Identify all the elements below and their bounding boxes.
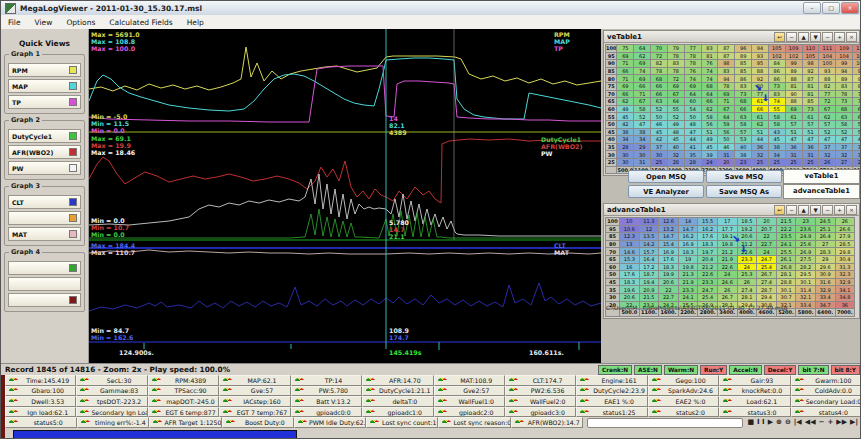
table-cell[interactable]: 105 bbox=[802, 52, 819, 60]
table-cell[interactable]: 22 bbox=[659, 286, 679, 294]
table-cell[interactable]: 14 bbox=[678, 218, 698, 226]
table-cell[interactable]: 57 bbox=[735, 128, 752, 136]
table-cell[interactable]: 78 bbox=[667, 52, 684, 60]
table-cell[interactable]: 51 bbox=[802, 128, 819, 136]
table-cell[interactable]: 21.5 bbox=[639, 293, 659, 301]
table-cell[interactable]: 111 bbox=[819, 45, 836, 53]
table-cell[interactable]: 96 bbox=[735, 45, 752, 53]
table-cell[interactable]: 19.8 bbox=[678, 263, 698, 271]
table-cell[interactable]: 58 bbox=[836, 120, 853, 128]
table-cell[interactable]: 74 bbox=[853, 98, 861, 106]
table-cell[interactable]: 67 bbox=[634, 98, 651, 106]
table-cell[interactable]: 26.7 bbox=[717, 293, 737, 301]
table-cell[interactable]: 45 bbox=[617, 113, 634, 121]
table-cell[interactable]: 66 bbox=[701, 98, 718, 106]
table-cell[interactable]: 71 bbox=[617, 75, 634, 83]
table-cell[interactable]: 83 bbox=[667, 60, 684, 68]
titlebar[interactable]: MegaLogViewer - 2011-01-30_15.30.17.msl … bbox=[1, 1, 861, 16]
table-cell[interactable]: 44 bbox=[752, 136, 769, 144]
table-cell[interactable]: 34 bbox=[768, 151, 785, 159]
table-cell[interactable]: 10 bbox=[620, 218, 640, 226]
table-cell[interactable]: 48 bbox=[684, 120, 701, 128]
table-cell[interactable]: 55 bbox=[667, 105, 684, 113]
table-cell[interactable]: 34 bbox=[634, 136, 651, 144]
table-cell[interactable]: 31 bbox=[785, 151, 802, 159]
ve-table-header[interactable]: veTable1 ↩−▲▼−+× bbox=[604, 31, 859, 43]
table-cell[interactable]: 95 bbox=[752, 60, 769, 68]
table-cell[interactable]: 64 bbox=[718, 113, 735, 121]
table-cell[interactable]: 17.6 bbox=[659, 255, 679, 263]
table-cell[interactable]: 58 bbox=[768, 120, 785, 128]
table-cell[interactable]: 66 bbox=[735, 105, 752, 113]
table-cell[interactable]: 83 bbox=[836, 82, 853, 90]
table-cell[interactable]: 25 bbox=[785, 158, 802, 166]
table-cell[interactable]: 83 bbox=[735, 82, 752, 90]
table-cell[interactable]: 93 bbox=[819, 67, 836, 75]
table-cell[interactable]: 81 bbox=[785, 82, 802, 90]
scroll-down-button[interactable]: ▼ bbox=[810, 205, 821, 215]
table-cell[interactable]: 30.4 bbox=[835, 255, 855, 263]
table-cell[interactable]: 32.9 bbox=[835, 278, 855, 286]
table-cell[interactable]: 105 bbox=[768, 45, 785, 53]
table-cell[interactable]: 50 bbox=[684, 113, 701, 121]
table-cell[interactable]: 28.1 bbox=[737, 293, 757, 301]
table-cell[interactable]: 104 bbox=[836, 52, 853, 60]
table-cell[interactable]: 94 bbox=[836, 67, 853, 75]
table-cell[interactable]: 98 bbox=[718, 60, 735, 68]
table-cell[interactable]: 32 bbox=[853, 151, 861, 159]
table-cell[interactable]: 63 bbox=[735, 113, 752, 121]
table-cell[interactable]: 16.2 bbox=[678, 233, 698, 241]
table-cell[interactable]: 27.9 bbox=[835, 233, 855, 241]
table-cell[interactable]: 52 bbox=[651, 105, 668, 113]
table-cell[interactable]: 19.9 bbox=[659, 271, 679, 279]
table-cell[interactable]: 32.9 bbox=[815, 286, 835, 294]
table-cell[interactable]: 66 bbox=[651, 82, 668, 90]
table-cell[interactable]: 60 bbox=[684, 98, 701, 106]
decrement-button[interactable]: − bbox=[822, 32, 833, 42]
table-cell[interactable]: 37 bbox=[853, 143, 861, 151]
table-cell[interactable]: 69 bbox=[617, 52, 634, 60]
zoom-in-button[interactable]: ⊕ bbox=[776, 418, 782, 427]
table-cell[interactable]: 14.7 bbox=[659, 233, 679, 241]
table-cell[interactable]: 86 bbox=[768, 67, 785, 75]
table-cell[interactable]: 73 bbox=[768, 82, 785, 90]
table-cell[interactable]: 31.4 bbox=[796, 286, 816, 294]
table-cell[interactable]: 94 bbox=[718, 75, 735, 83]
table-cell[interactable]: 20.6 bbox=[620, 293, 640, 301]
table-cell[interactable]: 19.6 bbox=[620, 286, 640, 294]
table-cell[interactable]: 64 bbox=[701, 90, 718, 98]
table-cell[interactable]: 68 bbox=[836, 105, 853, 113]
table-cell[interactable]: 24.7 bbox=[757, 255, 777, 263]
table-cell[interactable]: 57 bbox=[819, 120, 836, 128]
table-cell[interactable]: 67 bbox=[667, 90, 684, 98]
table-cell[interactable]: 102 bbox=[785, 52, 802, 60]
table-cell[interactable]: 21.2 bbox=[717, 248, 737, 256]
ve-analyzer-button[interactable]: VE Analyzer bbox=[628, 185, 704, 198]
table-cell[interactable]: 27.4 bbox=[757, 278, 777, 286]
table-cell[interactable]: 13.5 bbox=[639, 233, 659, 241]
table-cell[interactable]: 19.7 bbox=[698, 248, 718, 256]
sidebar-item-empty[interactable] bbox=[8, 261, 81, 275]
table-cell[interactable]: 46 bbox=[651, 120, 668, 128]
table-cell[interactable]: 13.2 bbox=[659, 225, 679, 233]
table-cell[interactable]: 98 bbox=[802, 60, 819, 68]
table-cell[interactable]: 78 bbox=[667, 67, 684, 75]
table-cell[interactable]: 30.9 bbox=[815, 271, 835, 279]
table-cell[interactable]: 17.6 bbox=[620, 271, 640, 279]
table-cell[interactable]: 53 bbox=[735, 136, 752, 144]
table-cell[interactable]: 16.2 bbox=[698, 225, 718, 233]
table-cell[interactable]: 26.6 bbox=[835, 225, 855, 233]
table-cell[interactable]: 27 bbox=[836, 158, 853, 166]
table-cell[interactable]: 21.9 bbox=[678, 278, 698, 286]
table-cell[interactable]: 35 bbox=[684, 151, 701, 159]
table-cell[interactable]: 38 bbox=[768, 143, 785, 151]
table-cell[interactable]: 66 bbox=[617, 90, 634, 98]
table-cell[interactable]: 86 bbox=[768, 75, 785, 83]
table-cell[interactable]: 68 bbox=[701, 82, 718, 90]
open-msq-button[interactable]: Open MSQ bbox=[628, 170, 704, 183]
table-cell[interactable]: 96 bbox=[853, 67, 861, 75]
table-cell[interactable]: 47 bbox=[836, 136, 853, 144]
table-cell[interactable]: 81 bbox=[802, 90, 819, 98]
table-cell[interactable]: 40 bbox=[667, 143, 684, 151]
table-cell[interactable]: 105 bbox=[853, 52, 861, 60]
